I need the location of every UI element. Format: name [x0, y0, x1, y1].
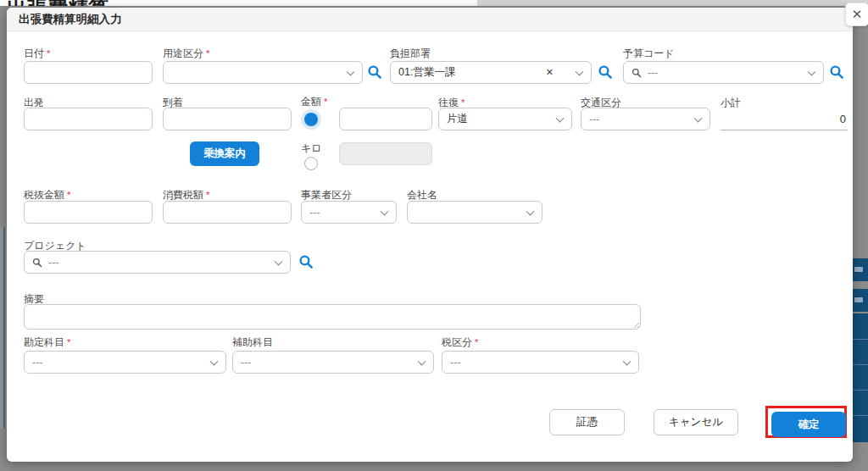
transfer-guide-button[interactable]: 乗換案内 — [190, 141, 259, 166]
background-table-row — [853, 258, 868, 281]
tax-excluded-input[interactable] — [24, 201, 153, 224]
chevron-down-icon — [381, 207, 389, 215]
usage-type-select[interactable] — [163, 61, 363, 84]
modal-title: 出張費精算明細入力 — [19, 8, 122, 31]
project-search-icon[interactable] — [298, 254, 314, 269]
chevron-down-icon — [275, 257, 283, 265]
department-select[interactable]: 01:営業一課 ✕ — [390, 61, 592, 84]
department-label: 負担部署 — [390, 47, 431, 61]
chevron-down-icon — [210, 357, 219, 365]
round-trip-select[interactable]: 片道 — [438, 108, 572, 130]
amount-input[interactable] — [339, 108, 432, 130]
budget-code-search-icon[interactable] — [829, 64, 844, 80]
kilo-input — [339, 142, 432, 165]
chevron-down-icon — [694, 114, 703, 122]
arrival-input[interactable] — [163, 108, 292, 130]
background-page-title: 出張費精算 — [7, 0, 108, 6]
modal-header: 出張費精算明細入力 — [7, 8, 853, 31]
business-type-select[interactable]: --- — [301, 201, 397, 224]
usage-type-label: 用途区分* — [163, 47, 209, 61]
background-table-row — [853, 289, 868, 312]
background-left-accent — [3, 227, 5, 429]
date-label: 日付* — [24, 47, 50, 61]
clear-icon[interactable]: ✕ — [546, 62, 554, 83]
account-select[interactable]: --- — [24, 351, 226, 374]
chevron-down-icon — [623, 357, 632, 365]
receipt-button[interactable]: 証憑 — [549, 409, 625, 435]
consumption-tax-input[interactable] — [163, 201, 292, 224]
chevron-down-icon — [418, 357, 426, 365]
cancel-button[interactable]: キャンセル — [654, 409, 738, 435]
account-label: 勘定科目* — [24, 335, 70, 350]
kilo-radio[interactable] — [304, 157, 318, 170]
date-input[interactable] — [24, 61, 153, 84]
background-table-sliver — [853, 6, 868, 471]
budget-code-label: 予算コード — [623, 47, 675, 61]
search-prefix-icon — [632, 68, 642, 78]
budget-code-select[interactable]: --- — [623, 61, 824, 84]
subtotal-value: 0 — [721, 108, 848, 130]
chevron-down-icon — [526, 207, 535, 215]
company-select[interactable] — [407, 201, 542, 224]
tax-type-label: 税区分* — [442, 335, 478, 350]
screen: 出張費精算 ✕ 出張費精算明細入力 日付* 用途区分* 負担部署 01:営 — [0, 0, 868, 471]
transport-type-select[interactable]: --- — [581, 108, 710, 130]
project-select[interactable]: --- — [24, 251, 291, 274]
confirm-button-highlight: 確定 — [765, 406, 847, 438]
close-icon: ✕ — [852, 7, 863, 22]
search-prefix-icon — [32, 258, 42, 268]
background-page-strip: 出張費精算 — [0, 0, 868, 6]
usage-type-search-icon[interactable] — [367, 64, 382, 80]
amount-label: 金額* — [301, 95, 327, 109]
sub-account-label: 補助科目 — [232, 335, 273, 350]
kilo-label: キロ — [301, 141, 322, 156]
modal-close-button[interactable]: ✕ — [845, 3, 868, 26]
confirm-button[interactable]: 確定 — [771, 412, 846, 437]
department-search-icon[interactable] — [598, 64, 613, 80]
summary-textarea[interactable] — [24, 304, 641, 330]
background-table-block — [853, 313, 868, 442]
departure-input[interactable] — [24, 108, 153, 130]
expense-detail-modal: 出張費精算明細入力 日付* 用途区分* 負担部署 01:営業一課 ✕ 予算コード… — [7, 8, 853, 462]
chevron-down-icon — [576, 67, 584, 75]
chevron-down-icon — [347, 67, 355, 75]
chevron-down-icon — [556, 114, 565, 122]
sub-account-select[interactable]: --- — [232, 351, 434, 374]
chevron-down-icon — [808, 67, 816, 75]
amount-radio[interactable] — [304, 113, 318, 126]
tax-type-select[interactable]: --- — [442, 351, 639, 374]
